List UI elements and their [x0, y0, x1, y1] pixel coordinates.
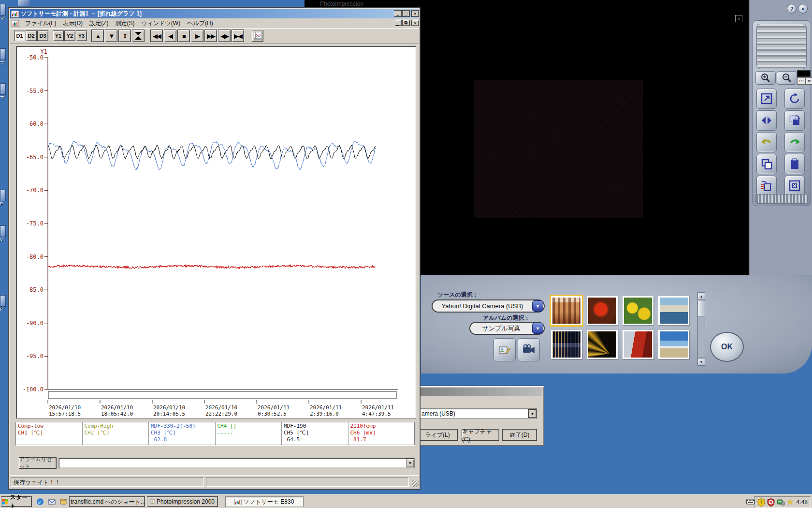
scroll-down-button[interactable]: ▼	[105, 30, 117, 42]
delete-button[interactable]	[756, 176, 777, 196]
thumbnail-city-night-skyline[interactable]	[551, 330, 582, 359]
desktop-icon-sliver[interactable]: マ	[0, 4, 6, 22]
source-select-dropdown[interactable]: Yahoo! Digital Camera (USB) ▼	[432, 299, 545, 313]
step-left-button[interactable]: ◀	[164, 30, 176, 42]
task-transfile-cmd[interactable]: C:\ transfile.cmd へのショート...	[69, 496, 145, 507]
exit-button[interactable]: 終了(D)	[502, 429, 537, 441]
pc-card-icon[interactable]	[777, 499, 785, 506]
thumbnail-golden-light-fan[interactable]	[587, 330, 618, 359]
acquire-photo-button[interactable]	[493, 338, 516, 361]
scroll-up-button[interactable]: ▲	[91, 30, 104, 42]
close-button[interactable]: ×	[411, 10, 419, 17]
copy-button[interactable]	[756, 154, 777, 174]
menu-window[interactable]: ウィンドウ(W)	[138, 19, 184, 28]
alarm-reset-button[interactable]: アラームリセット	[19, 457, 57, 469]
graph-view-button[interactable]	[252, 30, 263, 42]
undo-button[interactable]	[756, 132, 777, 152]
child-restore-button[interactable]: ⧉	[402, 20, 410, 26]
security-warning-shield-icon[interactable]: !	[757, 498, 765, 507]
restore-view-button[interactable]: ⧉	[806, 77, 812, 85]
desktop-icon-sliver[interactable]: P	[0, 190, 6, 206]
minimize-button[interactable]: _	[394, 10, 402, 17]
compress-x-button[interactable]: ▶◀	[232, 30, 244, 42]
menu-file[interactable]: ファイル(F)	[22, 19, 59, 28]
mdi-child-icon[interactable]	[12, 20, 19, 27]
zoom-1to1-button[interactable]: 1:1	[797, 77, 806, 85]
expand-x-button[interactable]: ◀▶	[218, 30, 231, 42]
scroll-down-arrow-icon[interactable]: ▼	[697, 358, 705, 366]
internet-explorer-icon[interactable]: e	[36, 497, 44, 506]
redo-button[interactable]	[784, 132, 805, 152]
jump-right-button[interactable]: ▶▶	[204, 30, 217, 42]
d1-button[interactable]: D1	[14, 30, 25, 41]
resize-button[interactable]	[756, 89, 777, 109]
rotate-icon	[788, 92, 801, 105]
d2-button[interactable]: D2	[26, 30, 37, 41]
taskbar-clock: 4:48	[797, 499, 808, 506]
task-photoimpression[interactable]: PhotoImpression 2000	[147, 496, 218, 507]
y3-button[interactable]: Y3	[76, 30, 87, 41]
crop-flip-button[interactable]	[784, 110, 805, 131]
menu-view[interactable]: 表示(D)	[59, 19, 86, 28]
star-icon[interactable]: ★	[787, 498, 793, 507]
expand-y-button[interactable]: ⇕	[118, 30, 131, 42]
app-close-button[interactable]: ×	[798, 4, 808, 14]
start-button[interactable]: スタート	[1, 496, 32, 507]
desktop-icon-sliver[interactable]: P	[0, 295, 6, 312]
chevron-down-icon[interactable]: ▼	[528, 409, 536, 418]
thumbnail-harbor-town[interactable]	[658, 296, 689, 325]
child-minimize-button[interactable]: _	[394, 20, 402, 26]
chevron-down-icon[interactable]: ▼	[406, 459, 414, 467]
desktop-icon-partial[interactable]	[18, 0, 29, 6]
ok-button[interactable]: OK	[710, 332, 744, 362]
desktop-icon-sliver[interactable]: マ	[0, 48, 6, 66]
thumbnail-ship-bow[interactable]	[623, 330, 653, 359]
menu-settings[interactable]: 設定(Z)	[86, 19, 112, 28]
resize-grip[interactable]	[412, 480, 419, 487]
thumbnail-canyon-rock-spires[interactable]	[551, 296, 582, 325]
camera-source-combobox[interactable]: amera (USB) ▼	[419, 408, 537, 419]
chevron-down-icon[interactable]: ▼	[532, 300, 543, 312]
dialog-titlebar[interactable]	[414, 388, 542, 396]
thumbnail-beach-sky-clouds[interactable]	[658, 330, 689, 359]
step-right-button[interactable]: ▶	[191, 30, 203, 42]
child-close-button[interactable]: ×	[411, 20, 419, 26]
live-button[interactable]: ライブ(L)	[417, 429, 458, 441]
stop-button[interactable]: ■	[177, 30, 190, 42]
close-frame-button[interactable]	[784, 176, 805, 196]
thumbnail-yellow-flowers[interactable]	[623, 296, 653, 325]
jump-left-button[interactable]: ◀◀	[150, 30, 163, 42]
maximize-button[interactable]: □	[402, 10, 410, 17]
outlook-express-icon[interactable]	[47, 497, 56, 506]
menu-measure[interactable]: 測定(S)	[112, 19, 138, 28]
chevron-down-icon[interactable]: ▼	[532, 323, 543, 334]
task-softthermo[interactable]: ソフトサーモ E830	[225, 496, 304, 507]
mirror-button[interactable]	[756, 110, 777, 131]
y2-button[interactable]: Y2	[64, 30, 75, 41]
help-button[interactable]: ?	[787, 4, 797, 14]
compress-y-button[interactable]	[132, 30, 145, 42]
rotate-button[interactable]	[784, 89, 805, 109]
paste-button[interactable]	[784, 154, 805, 174]
zoom-out-button[interactable]	[777, 71, 797, 85]
canvas-close-box-icon[interactable]: ×	[735, 15, 742, 22]
y1-button[interactable]: Y1	[53, 30, 64, 41]
capture-button[interactable]: キャプチャ(C)	[462, 429, 499, 441]
d3-button[interactable]: D3	[37, 30, 48, 41]
softthermo-window: ソフトサーモ計測－計測1 － [折れ線グラフ 1] _ □ × ファイル(F) …	[8, 7, 420, 490]
thumbnail-red-cardinal-bird[interactable]	[587, 296, 618, 325]
thumbnail-scrollbar[interactable]: ▲ ▼	[697, 292, 705, 366]
desktop-icon-sliver[interactable]: V	[0, 225, 6, 242]
menu-help[interactable]: ヘルプ(H)	[184, 19, 217, 28]
zoom-in-button[interactable]	[755, 71, 776, 85]
window-titlebar[interactable]: ソフトサーモ計測－計測1 － [折れ線グラフ 1]	[10, 9, 419, 18]
scrollbar-thumb[interactable]	[697, 300, 705, 316]
desktop-icon-sliver[interactable]: マ	[0, 83, 6, 101]
svg-text:e: e	[38, 498, 41, 505]
capture-video-button[interactable]	[518, 338, 540, 361]
album-select-dropdown[interactable]: サンプル写真 ▼	[469, 322, 545, 335]
show-desktop-icon[interactable]	[59, 497, 68, 506]
security-alert-shield-icon[interactable]	[767, 498, 775, 507]
scroll-up-arrow-icon[interactable]: ▲	[697, 292, 705, 300]
alarm-combobox[interactable]: ▼	[58, 458, 415, 468]
